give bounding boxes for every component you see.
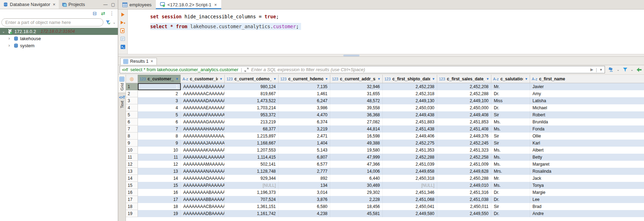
chevron-right-icon[interactable]: › bbox=[8, 43, 12, 48]
row-number[interactable]: 6 bbox=[126, 118, 138, 125]
grid-cell-c_salutation[interactable]: Sir bbox=[491, 133, 530, 140]
grid-cell-c_customer_sk[interactable]: 17 bbox=[138, 196, 181, 203]
execute-script-button[interactable] bbox=[120, 28, 126, 33]
grid-cell-c_customer_id[interactable]: AAAAAAAACAAAAAAA bbox=[181, 90, 225, 97]
grid-cell-c_first_shipto_date_sk[interactable]: 2,449,580 bbox=[383, 210, 437, 217]
row-number[interactable]: 3 bbox=[126, 97, 138, 104]
grid-cell-c_current_cdemo_sk[interactable]: 1,128,748 bbox=[225, 168, 279, 175]
grid-cell-c_current_hdemo_sk[interactable]: 2,471 bbox=[279, 133, 330, 140]
grid-cell-c_current_cdemo_sk[interactable]: 68,377 bbox=[225, 125, 279, 133]
grid-cell-c_current_addr_sk[interactable]: 36,368 bbox=[330, 111, 383, 118]
grid-cell-c_first_shipto_date_sk[interactable]: 2,451,353 bbox=[383, 147, 437, 154]
grid-cell-c_customer_sk[interactable]: 8 bbox=[138, 133, 181, 140]
grid-cell-c_customer_sk[interactable]: 11 bbox=[138, 154, 181, 161]
grid-cell-c_current_cdemo_sk[interactable]: 707,524 bbox=[225, 196, 279, 203]
grid-cell-c_customer_sk[interactable]: 3 bbox=[138, 97, 181, 104]
grid-cell-c_current_cdemo_sk[interactable]: 953,372 bbox=[225, 111, 279, 118]
grid-cell-c_current_cdemo_sk[interactable]: 502,141 bbox=[225, 161, 279, 168]
execute-new-tab-button[interactable] bbox=[120, 20, 126, 25]
grid-cell-c_first_shipto_date_sk[interactable]: 2,449,406 bbox=[383, 133, 437, 140]
grid-cell-c_salutation[interactable]: Dr. bbox=[491, 104, 530, 111]
grid-cell-c_current_hdemo_sk[interactable]: 6,247 bbox=[279, 97, 330, 104]
grid-cell-c_current_hdemo_sk[interactable]: 4,470 bbox=[279, 111, 330, 118]
grid-cell-c_first_name[interactable]: Margaret bbox=[530, 161, 644, 168]
dropdown-icon[interactable]: ▼ bbox=[176, 77, 179, 81]
grid-cell-c_current_hdemo_sk[interactable]: 3,986 bbox=[279, 104, 330, 111]
grid-cell-c_salutation[interactable]: Sir bbox=[491, 203, 530, 210]
grid-cell-c_customer_id[interactable]: AAAAAAAAFAAAAAAA bbox=[181, 111, 225, 118]
grid-cell-c_salutation[interactable]: Dr. bbox=[491, 210, 530, 217]
grid-cell-c_current_addr_sk[interactable]: 44,814 bbox=[330, 125, 383, 133]
execute-statement-button[interactable] bbox=[120, 12, 126, 17]
row-number[interactable]: 7 bbox=[126, 125, 138, 133]
row-number[interactable]: 15 bbox=[126, 182, 138, 189]
grid-cell-c_salutation[interactable]: Ms. bbox=[491, 161, 530, 168]
grid-cell-c_first_shipto_date_sk[interactable]: 2,451,883 bbox=[383, 118, 437, 125]
grid-cell-c_first_sales_date_sk[interactable]: 2,449,628 bbox=[437, 168, 491, 175]
grid-cell-c_current_hdemo_sk[interactable]: 134 bbox=[279, 182, 330, 189]
grid-cell-c_salutation[interactable]: Mr. bbox=[491, 175, 530, 182]
grid-cell-c_first_sales_date_sk[interactable]: 2,451,323 bbox=[437, 147, 491, 154]
grid-cell-c_first_shipto_date_sk[interactable]: 2,452,318 bbox=[383, 90, 437, 97]
dropdown-icon[interactable]: ▼ bbox=[273, 77, 276, 81]
dropdown-icon[interactable]: ▼ bbox=[219, 77, 223, 81]
grid-cell-c_customer_id[interactable]: AAAAAAAAIAAAAAAA bbox=[181, 133, 225, 140]
grid-cell-c_current_hdemo_sk[interactable]: 1,404 bbox=[279, 140, 330, 147]
grid-cell-c_current_addr_sk[interactable]: 47,999 bbox=[330, 154, 383, 161]
grid-cell-c_customer_sk[interactable]: 1 bbox=[138, 83, 181, 90]
grid-cell-c_first_shipto_date_sk[interactable]: 2,450,030 bbox=[383, 104, 437, 111]
column-header-c_salutation[interactable]: A-zc_salutation▼ bbox=[491, 75, 530, 83]
erase-filter-icon[interactable] bbox=[608, 67, 614, 72]
filter-history-dropdown-icon[interactable]: ▼ bbox=[599, 68, 602, 72]
grid-cell-c_current_hdemo_sk[interactable]: 7,135 bbox=[279, 83, 330, 90]
grid-cell-c_first_sales_date_sk[interactable]: 2,450,000 bbox=[437, 104, 491, 111]
grid-cell-c_current_addr_sk[interactable]: 16,598 bbox=[330, 133, 383, 140]
column-header-c_current_cdemo_sk[interactable]: 123c_current_cdemo_sk▼ bbox=[225, 75, 279, 83]
grid-cell-c_first_sales_date_sk[interactable]: 2,449,408 bbox=[437, 111, 491, 118]
row-number[interactable]: 17 bbox=[126, 196, 138, 203]
grid-cell-c_customer_sk[interactable]: 12 bbox=[138, 161, 181, 168]
grid-cell-c_current_cdemo_sk[interactable]: 1,196,373 bbox=[225, 189, 279, 196]
grid-cell-c_salutation[interactable]: Miss bbox=[491, 97, 530, 104]
grid-cell-c_salutation[interactable]: Dr. bbox=[491, 189, 530, 196]
grid-cell-c_current_hdemo_sk[interactable]: 6,577 bbox=[279, 161, 330, 168]
grid-cell-c_first_name[interactable]: Tonya bbox=[530, 182, 644, 189]
grid-cell-c_salutation[interactable]: Ms. bbox=[491, 125, 530, 133]
grid-cell-c_customer_id[interactable]: AAAAAAAAOAAAAAAA bbox=[181, 175, 225, 182]
grid-cell-c_first_sales_date_sk[interactable]: 2,452,245 bbox=[437, 140, 491, 147]
filters-menu-icon[interactable] bbox=[623, 67, 628, 72]
grid-cell-c_customer_sk[interactable]: 15 bbox=[138, 182, 181, 189]
tree-item-lakehouse[interactable]: ›lakehouse bbox=[0, 35, 118, 42]
row-number[interactable]: 4 bbox=[126, 104, 138, 111]
code-line[interactable]: set session hide_inaccessible_columns = … bbox=[150, 12, 644, 22]
grid-cell-c_current_hdemo_sk[interactable]: 1,461 bbox=[279, 90, 330, 97]
chevron-down-icon[interactable]: ⌄ bbox=[113, 20, 116, 24]
row-number[interactable]: 1 bbox=[126, 83, 138, 90]
grid-cell-c_first_shipto_date_sk[interactable]: 2,451,039 bbox=[383, 161, 437, 168]
row-number[interactable]: 16 bbox=[126, 189, 138, 196]
grid-cell-c_customer_id[interactable]: AAAAAAAAGAAAAAAA bbox=[181, 118, 225, 125]
grid-cell-c_first_sales_date_sk[interactable]: 2,450,011 bbox=[437, 203, 491, 210]
tab-employees[interactable]: employees bbox=[118, 0, 156, 9]
dropdown-icon[interactable]: ▼ bbox=[325, 77, 328, 81]
grid-cell-c_current_hdemo_sk[interactable]: 4,238 bbox=[279, 210, 330, 217]
row-number[interactable]: 8 bbox=[126, 133, 138, 140]
grid-cell-c_customer_id[interactable]: AAAAAAAAPAAAAAAA bbox=[181, 182, 225, 189]
grid-cell-c_customer_sk[interactable]: 9 bbox=[138, 140, 181, 147]
grid-cell-c_first_name[interactable]: Margie bbox=[530, 189, 644, 196]
grid-cell-c_first_name[interactable]: Brad bbox=[530, 203, 644, 210]
close-icon[interactable]: × bbox=[151, 59, 153, 64]
grid-cell-c_first_shipto_date_sk[interactable]: 2,450,041 bbox=[383, 203, 437, 210]
grid-cell-c_first_shipto_date_sk[interactable]: 2,451,068 bbox=[383, 196, 437, 203]
grid-cell-c_current_cdemo_sk[interactable]: [NULL] bbox=[225, 182, 279, 189]
close-icon[interactable]: × bbox=[53, 2, 56, 7]
grid-cell-c_first_name[interactable]: Andre bbox=[530, 210, 644, 217]
grid-cell-c_current_addr_sk[interactable]: 31,655 bbox=[330, 90, 383, 97]
grid-cell-c_customer_id[interactable]: AAAAAAAAJAAAAAAA bbox=[181, 140, 225, 147]
grid-cell-c_customer_id[interactable]: AAAAAAAAHAAAAAAA bbox=[181, 125, 225, 133]
presentation-tab-grid[interactable]: Grid bbox=[118, 75, 126, 93]
row-number[interactable]: 19 bbox=[126, 210, 138, 217]
apply-filter-icon[interactable]: ▶ bbox=[590, 67, 593, 72]
grid-cell-c_first_sales_date_sk[interactable]: 2,449,550 bbox=[437, 210, 491, 217]
grid-cell-c_current_hdemo_sk[interactable]: 892 bbox=[279, 175, 330, 182]
